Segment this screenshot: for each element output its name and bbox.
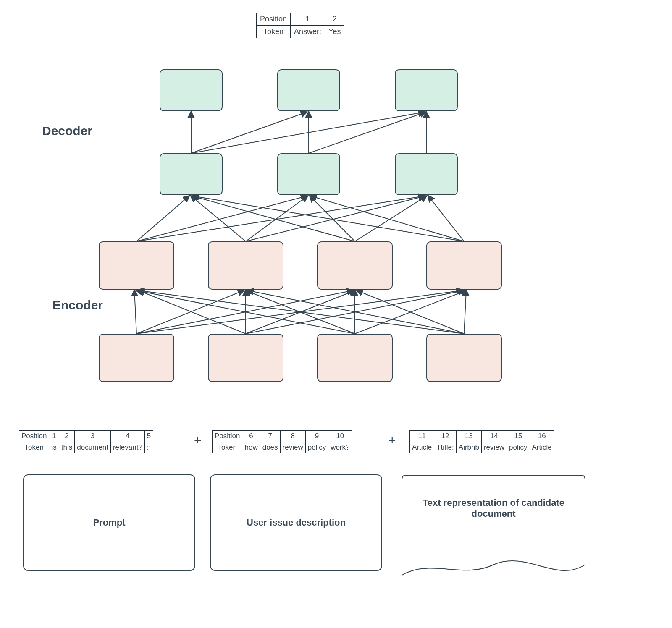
cell: work? bbox=[328, 442, 352, 453]
cell: Token bbox=[213, 442, 242, 453]
svg-line-22 bbox=[192, 196, 355, 241]
cell: Answer: bbox=[291, 26, 325, 38]
svg-line-18 bbox=[136, 196, 424, 241]
cell: 11 bbox=[410, 431, 434, 442]
table-row: Token is this document relevant? :: bbox=[19, 442, 153, 453]
cell: 2 bbox=[325, 13, 344, 26]
svg-line-0 bbox=[134, 290, 136, 334]
cell: policy bbox=[507, 442, 530, 453]
cell: is bbox=[49, 442, 59, 453]
svg-line-24 bbox=[355, 196, 426, 241]
cell: Position bbox=[19, 431, 49, 442]
decoder-block bbox=[395, 69, 458, 111]
table-row: 11 12 13 14 15 16 bbox=[410, 431, 554, 442]
cell: 6 bbox=[242, 431, 260, 442]
svg-line-11 bbox=[355, 290, 466, 334]
svg-line-6 bbox=[246, 290, 355, 334]
cell: Token bbox=[19, 442, 49, 453]
cell: Airbnb bbox=[456, 442, 481, 453]
encoder-block bbox=[426, 334, 502, 382]
svg-line-23 bbox=[310, 196, 355, 241]
cell: does bbox=[260, 442, 280, 453]
encoder-block bbox=[99, 241, 174, 290]
cell: Token bbox=[257, 26, 291, 38]
cell: 2 bbox=[59, 431, 74, 442]
cell: 10 bbox=[328, 431, 352, 442]
decoder-block bbox=[277, 153, 340, 195]
prompt-token-table: Position 1 2 3 4 5 Token is this documen… bbox=[19, 430, 153, 453]
decoder-block bbox=[395, 153, 458, 195]
encoder-block bbox=[317, 334, 393, 382]
svg-line-12 bbox=[139, 290, 464, 334]
svg-line-7 bbox=[246, 290, 464, 334]
decoder-label: Decoder bbox=[42, 124, 92, 138]
svg-line-19 bbox=[191, 196, 246, 241]
user-issue-box-label: User issue description bbox=[247, 517, 346, 528]
cell: 14 bbox=[481, 431, 507, 442]
cell: review bbox=[280, 442, 305, 453]
svg-line-25 bbox=[193, 196, 464, 241]
document-shape-icon bbox=[401, 474, 586, 584]
table-row: Position 6 7 8 9 10 bbox=[213, 431, 352, 442]
encoder-block bbox=[426, 241, 502, 290]
svg-line-9 bbox=[246, 290, 355, 334]
svg-line-16 bbox=[136, 196, 189, 241]
table-row: Position 1 2 bbox=[257, 13, 344, 26]
document-box-label: Text representation of candidate documen… bbox=[401, 497, 586, 519]
user-issue-box: User issue description bbox=[210, 474, 382, 571]
svg-line-13 bbox=[248, 290, 464, 334]
cell: document bbox=[75, 442, 111, 453]
encoder-block bbox=[208, 334, 284, 382]
cell: 16 bbox=[530, 431, 554, 442]
svg-line-32 bbox=[309, 112, 425, 153]
svg-line-26 bbox=[311, 196, 464, 241]
document-box: Text representation of candidate documen… bbox=[401, 474, 586, 584]
cell: Position bbox=[213, 431, 242, 442]
plus-icon: + bbox=[388, 433, 396, 447]
cell: 8 bbox=[280, 431, 305, 442]
decoder-block bbox=[160, 69, 223, 111]
table-row: Token Answer: Yes bbox=[257, 26, 344, 38]
cell: 7 bbox=[260, 431, 280, 442]
cell: how bbox=[242, 442, 260, 453]
cell: 5 bbox=[144, 431, 153, 442]
svg-line-4 bbox=[139, 290, 246, 334]
encoder-block bbox=[99, 334, 174, 382]
output-table: Position 1 2 Token Answer: Yes bbox=[256, 13, 344, 38]
encoder-block bbox=[208, 241, 284, 290]
prompt-box: Prompt bbox=[23, 474, 195, 571]
cell: :: bbox=[144, 442, 153, 453]
cell: Article bbox=[410, 442, 434, 453]
cell: Position bbox=[257, 13, 291, 26]
cell: review bbox=[481, 442, 507, 453]
svg-line-2 bbox=[136, 290, 353, 334]
svg-line-3 bbox=[136, 290, 462, 334]
svg-line-8 bbox=[136, 290, 355, 334]
svg-line-30 bbox=[191, 112, 424, 153]
cell: relevant? bbox=[110, 442, 144, 453]
prompt-box-label: Prompt bbox=[93, 517, 126, 528]
table-row: Token how does review policy work? bbox=[213, 442, 352, 453]
cell: 15 bbox=[507, 431, 530, 442]
cell: 9 bbox=[305, 431, 328, 442]
encoder-label: Encoder bbox=[52, 298, 103, 312]
cell: 13 bbox=[456, 431, 481, 442]
cell: 3 bbox=[75, 431, 111, 442]
svg-line-14 bbox=[357, 290, 464, 334]
svg-line-20 bbox=[246, 196, 307, 241]
decoder-block bbox=[277, 69, 340, 111]
svg-line-15 bbox=[464, 290, 466, 334]
encoder-block bbox=[317, 241, 393, 290]
svg-line-29 bbox=[191, 112, 307, 153]
svg-line-17 bbox=[136, 196, 307, 241]
cell: policy bbox=[305, 442, 328, 453]
cell: 12 bbox=[434, 431, 457, 442]
cell: Ttitle: bbox=[434, 442, 457, 453]
diagram-stage: Position 1 2 Token Answer: Yes Decoder E… bbox=[8, 8, 664, 620]
cell: Article bbox=[530, 442, 554, 453]
document-token-table: 11 12 13 14 15 16 Article Ttitle: Airbnb… bbox=[410, 430, 554, 453]
svg-line-27 bbox=[428, 196, 464, 241]
cell: 4 bbox=[110, 431, 144, 442]
table-row: Position 1 2 3 4 5 bbox=[19, 431, 153, 442]
cell: 1 bbox=[49, 431, 59, 442]
